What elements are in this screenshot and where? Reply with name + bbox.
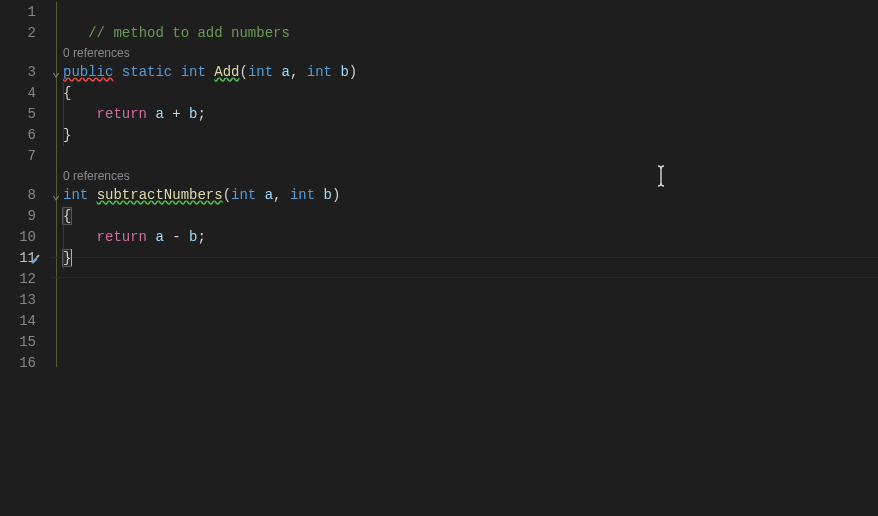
operator-minus: - <box>172 229 180 245</box>
brace: { <box>63 85 71 101</box>
line-number: 3 <box>0 62 50 83</box>
keyword-return: return <box>97 229 147 245</box>
svg-rect-0 <box>36 254 40 258</box>
line-number: 10 <box>0 227 50 248</box>
line-number: 15 <box>0 332 50 353</box>
codelens-references[interactable]: 0 references <box>63 44 878 62</box>
code-content[interactable]: // method to add numbers 0 references ⌄p… <box>50 0 878 516</box>
code-line[interactable]: } <box>63 125 878 146</box>
line-number: 8 <box>0 185 50 206</box>
text-cursor <box>71 249 72 266</box>
variable: a <box>155 106 163 122</box>
line-number-gutter[interactable]: 1 2 3 4 5 6 7 8 9 10 11 12 13 14 15 16 <box>0 0 50 516</box>
line-number: 1 <box>0 2 50 23</box>
line-number: 14 <box>0 311 50 332</box>
operator-plus: + <box>172 106 180 122</box>
code-line[interactable] <box>63 269 878 290</box>
code-line[interactable]: { <box>63 206 878 227</box>
semicolon: ; <box>197 106 205 122</box>
code-line[interactable] <box>63 311 878 332</box>
comma: , <box>290 64 298 80</box>
fold-icon[interactable]: ⌄ <box>50 185 62 206</box>
keyword-return: return <box>97 106 147 122</box>
comma: , <box>273 187 281 203</box>
screwdriver-icon[interactable] <box>28 248 44 269</box>
code-line[interactable]: } <box>63 248 878 269</box>
paren: ( <box>223 187 231 203</box>
code-line[interactable] <box>63 353 878 374</box>
brace: } <box>63 127 71 143</box>
parameter: b <box>340 64 348 80</box>
line-number: 13 <box>0 290 50 311</box>
method-name: Add <box>214 64 239 80</box>
code-line[interactable]: return a + b; <box>63 104 878 125</box>
code-line[interactable]: return a - b; <box>63 227 878 248</box>
paren: ) <box>349 64 357 80</box>
code-line[interactable]: { <box>63 83 878 104</box>
keyword: static <box>122 64 172 80</box>
code-line[interactable]: ⌄public static int Add(int a, int b) <box>63 62 878 83</box>
line-number: 16 <box>0 353 50 374</box>
keyword: public <box>63 64 113 80</box>
type: int <box>63 187 88 203</box>
code-line[interactable]: ⌄int subtractNumbers(int a, int b) <box>63 185 878 206</box>
parameter: a <box>282 64 290 80</box>
line-number: 7 <box>0 146 50 167</box>
line-number: 4 <box>0 83 50 104</box>
brace-open-matched: { <box>62 207 72 225</box>
variable: a <box>155 229 163 245</box>
type: int <box>181 64 206 80</box>
line-number: 2 <box>0 23 50 44</box>
codelens-spacer <box>0 167 50 185</box>
type: int <box>307 64 332 80</box>
line-number: 6 <box>0 125 50 146</box>
method-name: subtractNumbers <box>97 187 223 203</box>
comment: // method to add numbers <box>88 25 290 41</box>
line-number: 9 <box>0 206 50 227</box>
line-number: 12 <box>0 269 50 290</box>
code-line[interactable] <box>63 332 878 353</box>
paren: ) <box>332 187 340 203</box>
line-number: 5 <box>0 104 50 125</box>
type: int <box>290 187 315 203</box>
code-line[interactable] <box>63 2 878 23</box>
code-line[interactable] <box>63 146 878 167</box>
parameter: a <box>265 187 273 203</box>
type: int <box>248 64 273 80</box>
code-editor[interactable]: 1 2 3 4 5 6 7 8 9 10 11 12 13 14 15 16 /… <box>0 0 878 516</box>
parameter: b <box>324 187 332 203</box>
codelens-spacer <box>0 44 50 62</box>
semicolon: ; <box>197 229 205 245</box>
fold-icon[interactable]: ⌄ <box>50 62 62 83</box>
code-line[interactable]: // method to add numbers <box>63 23 878 44</box>
paren: ( <box>240 64 248 80</box>
codelens-references[interactable]: 0 references <box>63 167 878 185</box>
type: int <box>231 187 256 203</box>
code-line[interactable] <box>63 290 878 311</box>
